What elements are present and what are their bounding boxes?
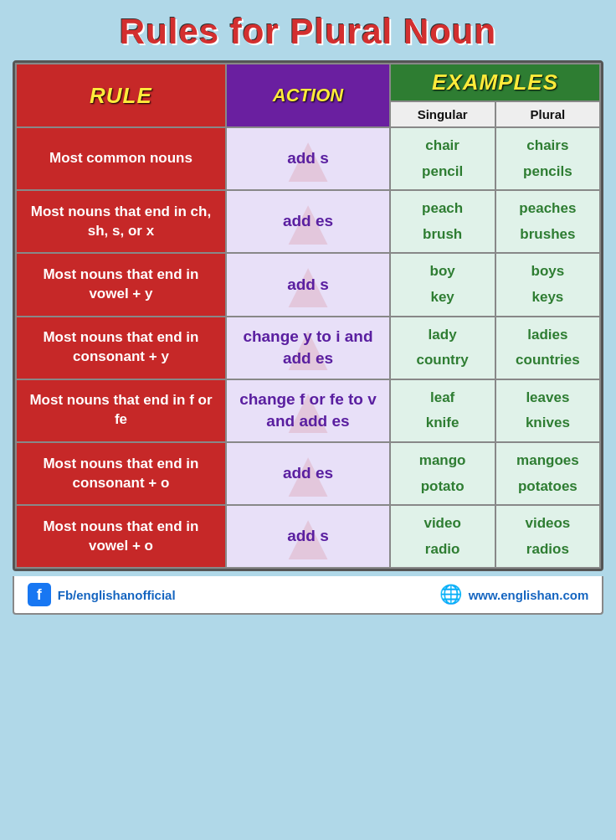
footer-left: f Fb/englishanofficial [28,583,176,606]
rule-cell-1: Most nouns that end in ch, sh, s, or x [16,190,226,253]
singular-cell-1: peachbrush [390,190,495,253]
singular-cell-3: ladycountry [390,317,495,379]
plural-subheader: Plural [495,101,601,127]
plural-cell-6: videosradios [495,505,601,568]
plural-cell-3: ladiescountries [495,317,601,379]
examples-header: EXAMPLES [390,64,601,101]
fb-text: Fb/englishanofficial [58,588,176,602]
footer-right: 🌐 www.englishan.com [439,584,589,606]
action-cell-1: ▲add es [226,190,390,253]
footer: f Fb/englishanofficial 🌐 www.englishan.c… [13,576,604,615]
rules-table: RULE ACTION EXAMPLES Singular Plural Mos… [13,60,604,571]
plural-cell-5: mangoespotatoes [495,442,601,505]
plural-cell-0: chairspencils [495,127,601,190]
plural-cell-4: leavesknives [495,379,601,442]
action-cell-4: ▲change f or fe to v and add es [226,379,390,442]
singular-cell-6: videoradio [390,505,495,568]
action-cell-6: ▲add s [226,505,390,568]
action-header: ACTION [226,64,390,127]
rule-cell-3: Most nouns that end in consonant + y [16,317,226,379]
singular-cell-0: chairpencil [390,127,495,190]
action-cell-2: ▲add s [226,253,390,316]
plural-cell-2: boyskeys [495,253,601,316]
action-cell-5: ▲add es [226,442,390,505]
rule-header: RULE [16,64,226,127]
action-cell-0: ▲add s [226,127,390,190]
main-title: Rules for Plural Noun [0,0,616,60]
rule-cell-5: Most nouns that end in consonant + o [16,442,226,505]
rule-cell-4: Most nouns that end in f or fe [16,379,226,442]
globe-icon: 🌐 [439,584,462,606]
website-text: www.englishan.com [469,588,589,602]
singular-cell-5: mangopotato [390,442,495,505]
singular-cell-2: boykey [390,253,495,316]
rule-cell-0: Most common nouns [16,127,226,190]
action-cell-3: ▲change y to i and add es [226,317,390,379]
singular-subheader: Singular [390,101,495,127]
rule-cell-6: Most nouns that end in vowel + o [16,505,226,568]
singular-cell-4: leafknife [390,379,495,442]
plural-cell-1: peachesbrushes [495,190,601,253]
rule-cell-2: Most nouns that end in vowel + y [16,253,226,316]
facebook-icon: f [28,583,51,606]
